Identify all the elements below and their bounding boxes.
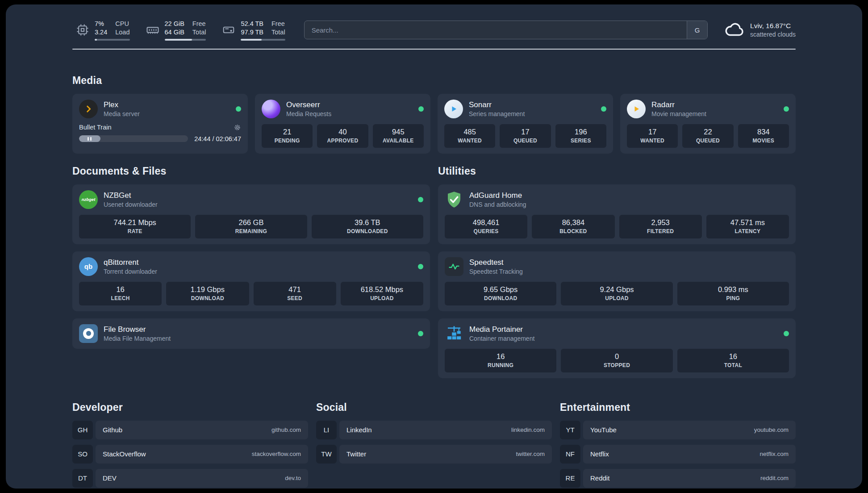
speedtest-link[interactable]: Speedtest Speedtest Tracking <box>445 257 789 276</box>
bookmark-stackoverflow[interactable]: SO StackOverflow stackoverflow.com <box>72 445 308 464</box>
stat-value: 498,461 <box>447 218 526 227</box>
developer-bookmarks: Developer GH Github github.com SO StackO… <box>72 401 308 489</box>
sonarr-link[interactable]: Sonarr Series management <box>444 100 606 118</box>
search-input[interactable] <box>305 21 687 39</box>
filebrowser-link[interactable]: File Browser Media File Management <box>79 324 423 343</box>
radarr-link[interactable]: Radarr Movie management <box>627 100 789 118</box>
stat-value: 17 <box>501 128 549 136</box>
service-desc: Container management <box>469 335 534 342</box>
dev-abbr-icon: DT <box>72 469 93 488</box>
pause-icon <box>90 137 92 141</box>
bookmark-twitter[interactable]: TW Twitter twitter.com <box>316 445 552 464</box>
stat-value: 0.993 ms <box>679 285 787 294</box>
bookmark-linkedin[interactable]: LI LinkedIn linkedin.com <box>316 421 552 439</box>
plex-link[interactable]: Plex Media server <box>79 100 241 118</box>
stat-series: 196 SERIES <box>555 124 606 148</box>
service-name: Overseerr <box>286 100 331 109</box>
service-name: Media Portainer <box>469 325 534 334</box>
stat-wanted: 17 WANTED <box>627 124 678 148</box>
stat-blocked: 86,384 BLOCKED <box>532 215 614 238</box>
search-provider-button[interactable]: G <box>687 21 707 39</box>
overseerr-link[interactable]: Overseerr Media Requests <box>262 100 424 118</box>
speedtest-card: Speedtest Speedtest Tracking 9.65 Gbps D… <box>438 251 796 311</box>
nzbget-link[interactable]: nzbget NZBGet Usenet downloader <box>79 190 423 209</box>
adguard-link[interactable]: AdGuard Home DNS and adblocking <box>445 190 789 209</box>
stat-wanted: 485 WANTED <box>444 124 495 148</box>
cpu-stats: 7% 3.24 CPU Load <box>95 20 130 41</box>
qbittorrent-link[interactable]: qb qBittorrent Torrent downloader <box>79 257 423 276</box>
bookmark-url: linkedin.com <box>511 426 545 433</box>
filebrowser-card: File Browser Media File Management <box>72 318 430 349</box>
portainer-link[interactable]: Media Portainer Container management <box>445 324 789 343</box>
stat-label: STOPPED <box>563 362 671 368</box>
entertainment-bookmarks: Entertainment YT YouTube youtube.com NF … <box>560 401 796 489</box>
pause-button[interactable] <box>79 135 100 142</box>
stat-value: 266 GB <box>197 218 305 227</box>
bookmark-netflix[interactable]: NF Netflix netflix.com <box>560 445 796 464</box>
now-playing-title: Bullet Train <box>79 124 112 131</box>
sonarr-card: Sonarr Series management 485 WANTED 17 Q… <box>438 94 613 154</box>
pause-icon <box>88 137 89 141</box>
radarr-icon <box>627 100 646 118</box>
stat-download: 1.19 Gbps DOWNLOAD <box>166 282 249 305</box>
social-bookmarks: Social LI LinkedIn linkedin.com TW Twitt… <box>316 401 552 469</box>
qbittorrent-icon: qb <box>79 257 98 276</box>
stat-value: 471 <box>255 285 334 294</box>
bookmark-url: youtube.com <box>754 426 789 433</box>
media-grid: Plex Media server Bullet Train <box>72 94 796 154</box>
memory-total-label: Total <box>192 28 206 37</box>
disk-free-label: Free <box>271 20 285 28</box>
cpu-progress-fill <box>95 39 97 41</box>
memory-progress-fill <box>165 39 192 41</box>
qbittorrent-icon-text: qb <box>84 263 92 270</box>
bookmark-url: github.com <box>271 426 301 433</box>
stat-label: WANTED <box>446 138 493 144</box>
stat-value: 47.571 ms <box>708 218 787 227</box>
adguard-card: AdGuard Home DNS and adblocking 498,461 … <box>438 184 796 244</box>
search-bar: G <box>304 21 708 39</box>
service-desc: Speedtest Tracking <box>469 268 523 275</box>
stat-filtered: 2,953 FILTERED <box>619 215 702 238</box>
stat-download: 9.65 Gbps DOWNLOAD <box>445 282 556 305</box>
sonarr-icon <box>444 100 463 118</box>
stat-value: 21 <box>263 128 311 136</box>
developer-section-title: Developer <box>72 401 308 414</box>
cpu-load-value: 3.24 <box>95 28 107 37</box>
service-name: Plex <box>104 100 140 109</box>
radarr-card: Radarr Movie management 17 WANTED 22 QUE… <box>620 94 796 154</box>
stat-label: APPROVED <box>319 138 366 144</box>
stat-label: LEECH <box>81 295 160 301</box>
memory-free-label: Free <box>192 20 206 28</box>
reddit-abbr-icon: RE <box>560 469 580 488</box>
stat-label: QUEUED <box>684 138 731 144</box>
service-desc: Series management <box>469 110 525 117</box>
stat-label: UPLOAD <box>342 295 421 301</box>
bookmark-youtube[interactable]: YT YouTube youtube.com <box>560 421 796 439</box>
service-desc: DNS and adblocking <box>469 201 526 208</box>
memory-free-value: 22 GiB <box>165 20 184 28</box>
stat-remaining: 266 GB REMAINING <box>195 215 307 238</box>
bookmark-github[interactable]: GH Github github.com <box>72 421 308 439</box>
github-abbr-icon: GH <box>72 421 93 439</box>
linkedin-abbr-icon: LI <box>316 421 337 439</box>
dashboard: 7% 3.24 CPU Load <box>6 4 862 489</box>
disk-total-value: 97.9 TB <box>241 28 263 37</box>
bookmark-name: Github <box>103 426 122 434</box>
service-desc: Usenet downloader <box>104 201 158 208</box>
media-section: Media Plex Media server <box>72 75 796 154</box>
bookmark-name: DEV <box>103 474 117 482</box>
service-desc: Movie management <box>651 110 706 117</box>
disk-progress-fill <box>241 39 262 41</box>
bookmark-dev[interactable]: DT DEV dev.to <box>72 469 308 488</box>
stat-label: BLOCKED <box>534 228 613 234</box>
bookmark-reddit[interactable]: RE Reddit reddit.com <box>560 469 796 488</box>
cpu-icon <box>76 23 89 37</box>
overseerr-card: Overseerr Media Requests 21 PENDING 40 A… <box>255 94 430 154</box>
playback-progress-track <box>79 135 188 142</box>
bookmark-name: YouTube <box>590 426 617 434</box>
cpu-widget: 7% 3.24 CPU Load <box>76 20 130 41</box>
speedtest-icon <box>445 257 463 276</box>
weather-widget[interactable]: Lviv, 16.87°C scattered clouds <box>724 20 796 40</box>
disk-stats: 52.4 TB 97.9 TB Free Total <box>241 20 285 41</box>
gear-icon[interactable] <box>234 124 241 131</box>
